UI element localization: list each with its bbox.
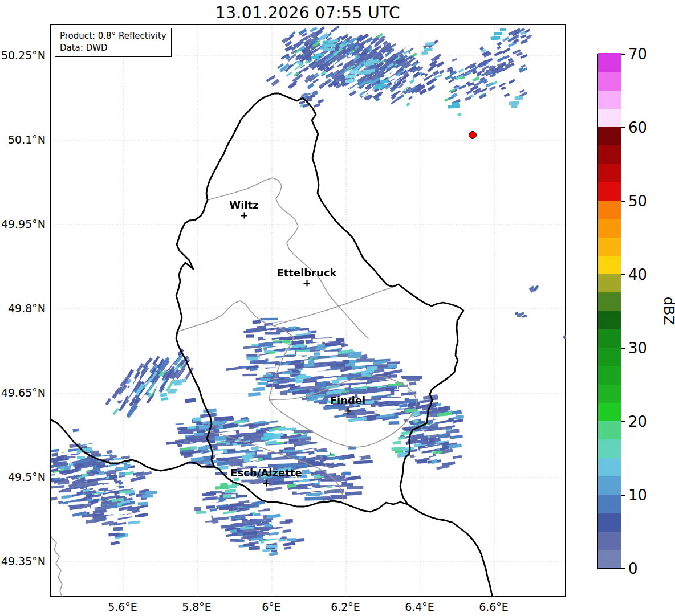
colorbar-segment xyxy=(598,458,621,476)
x-tick-label: 6.6°E xyxy=(479,601,509,613)
colorbar-tick-mark xyxy=(621,348,625,349)
colorbar-tick-label: 60 xyxy=(628,119,647,136)
city-label: Ettelbruck xyxy=(276,267,336,279)
city-label: Esch/Alzette xyxy=(230,467,302,479)
colorbar-segment xyxy=(598,311,621,329)
x-tick-label: 5.8°E xyxy=(182,601,212,613)
colorbar-segment xyxy=(598,421,621,439)
page-title: 13.01.2026 07:55 UTC xyxy=(50,3,566,22)
colorbar-segment xyxy=(598,531,621,550)
colorbar-segment xyxy=(598,182,621,201)
colorbar-tick-mark xyxy=(621,495,625,496)
colorbar-segment xyxy=(598,237,621,256)
city-label: Findel xyxy=(330,394,366,406)
colorbar-tick-label: 50 xyxy=(628,193,647,210)
colorbar-segment xyxy=(598,108,621,127)
product-info-line: Product: 0.8° Reflectivity xyxy=(60,30,166,42)
x-tick-label: 6°E xyxy=(262,601,281,613)
y-tick-label: 49.35°N xyxy=(0,555,46,568)
colorbar-segment xyxy=(598,476,621,495)
y-tick-label: 49.5°N xyxy=(0,471,46,483)
colorbar-tick-label: 10 xyxy=(628,487,647,504)
colorbar-segment xyxy=(598,513,621,532)
radar-map-window: 13.01.2026 07:55 UTC Product: 0.8° Refle… xyxy=(0,0,675,616)
x-tick-label: 6.4°E xyxy=(405,601,434,613)
colorbar-tick-label: 20 xyxy=(628,413,647,430)
colorbar-segment xyxy=(598,274,621,292)
colorbar-segment xyxy=(598,145,621,164)
colorbar-tick-mark xyxy=(621,421,625,422)
colorbar-tick-mark xyxy=(621,274,625,275)
colorbar-segment xyxy=(598,384,621,403)
colorbar-title: dBZ xyxy=(661,296,675,325)
colorbar-segment xyxy=(598,494,621,513)
radar-site-marker xyxy=(469,131,477,139)
colorbar-tick-mark xyxy=(621,568,625,569)
colorbar-tick-mark xyxy=(621,127,625,128)
colorbar-segment xyxy=(598,366,621,385)
colorbar-segment xyxy=(598,255,621,274)
radar-map-canvas xyxy=(51,25,566,597)
colorbar-segment xyxy=(598,53,621,72)
colorbar-segment xyxy=(598,219,621,238)
colorbar-tick-label: 30 xyxy=(628,340,647,357)
y-tick-label: 49.8°N xyxy=(0,302,46,315)
colorbar-segment xyxy=(598,127,621,145)
colorbar-segment xyxy=(598,200,621,219)
x-tick-label: 6.2°E xyxy=(331,601,360,613)
y-tick-label: 49.95°N xyxy=(0,218,46,230)
y-tick-label: 49.65°N xyxy=(0,386,46,399)
colorbar xyxy=(597,54,621,569)
y-tick-label: 50.25°N xyxy=(0,49,46,62)
colorbar-segment xyxy=(598,292,621,311)
colorbar-segment xyxy=(598,329,621,348)
colorbar-tick-label: 70 xyxy=(628,46,647,63)
city-marker-icon xyxy=(263,480,270,487)
y-tick-label: 50.1°N xyxy=(0,133,46,146)
colorbar-segment xyxy=(598,347,621,366)
colorbar-tick-label: 0 xyxy=(628,560,638,577)
colorbar-tick-label: 40 xyxy=(628,266,647,283)
city-marker-icon xyxy=(241,213,247,219)
map-plot-area xyxy=(50,24,566,597)
x-tick-label: 5.6°E xyxy=(108,601,137,613)
city-label: Wiltz xyxy=(229,199,258,211)
colorbar-segment xyxy=(598,439,621,458)
city-marker-icon xyxy=(345,408,351,414)
colorbar-segment xyxy=(598,549,621,568)
data-source-line: Data: DWD xyxy=(60,42,166,54)
product-info-box: Product: 0.8° Reflectivity Data: DWD xyxy=(55,28,172,57)
colorbar-segment xyxy=(598,402,621,421)
colorbar-segment xyxy=(598,90,621,109)
colorbar-tick-mark xyxy=(621,201,625,202)
city-marker-icon xyxy=(304,280,310,287)
colorbar-segment xyxy=(598,72,621,91)
colorbar-tick-mark xyxy=(621,54,625,55)
colorbar-segment xyxy=(598,164,621,182)
